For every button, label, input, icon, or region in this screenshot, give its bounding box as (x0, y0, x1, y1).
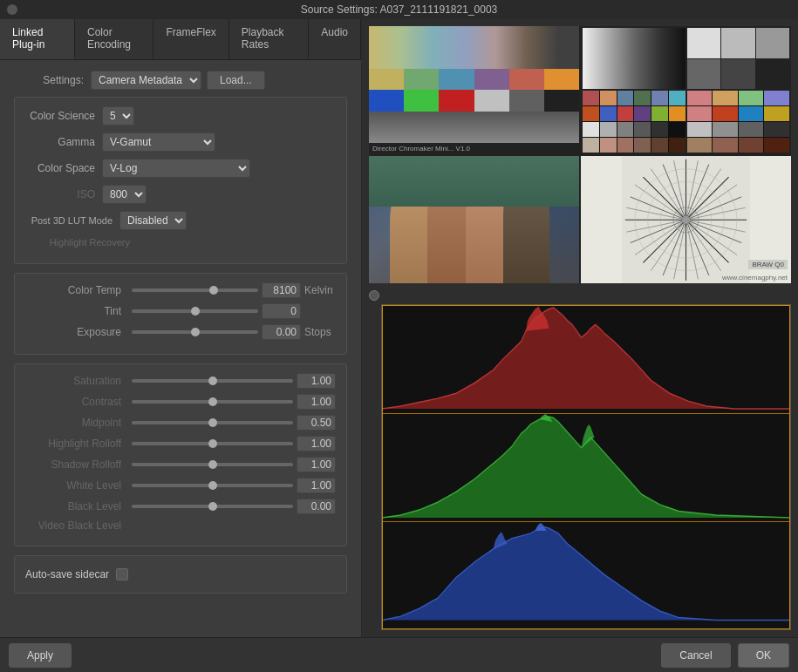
post-3d-lut-row: Post 3D LUT Mode Disabled (25, 211, 336, 230)
preview-color-chart: Director Chromaker Mini... V1.0 (369, 26, 579, 154)
black-level-label: Black Level (25, 500, 121, 512)
contrast-label: Contrast (25, 396, 121, 408)
camera-settings-box: Color Science 5 Gamma V-Gamut Color Spac… (14, 97, 347, 264)
tab-bar: Linked Plug-in Color Encoding FrameFlex … (0, 19, 361, 60)
tint-row: Tint (25, 303, 336, 319)
black-level-input[interactable] (297, 499, 336, 514)
exposure-unit: Stops (304, 326, 336, 338)
title-bar: Source Settings: A037_2111191821_0003 (0, 0, 798, 19)
highlight-rolloff-input[interactable] (297, 436, 336, 451)
gamma-row: Gamma V-Gamut (25, 132, 336, 152)
exposure-label: Exposure (25, 326, 121, 338)
saturation-row: Saturation (25, 373, 336, 389)
black-level-track[interactable] (132, 505, 293, 508)
auto-save-box: Auto-save sidecar (14, 555, 347, 594)
tint-input[interactable] (262, 303, 301, 319)
right-panel: Director Chromaker Mini... V1.0 (362, 19, 798, 637)
color-temp-row: Color Temp Kelvin (25, 282, 336, 298)
contrast-track[interactable] (132, 400, 293, 404)
close-button[interactable] (7, 4, 17, 15)
iso-label: ISO (25, 188, 95, 200)
tab-frameflex[interactable]: FrameFlex (153, 19, 228, 59)
iso-row: ISO 800 (25, 185, 336, 204)
highlight-rolloff-label: Highlight Rolloff (25, 438, 121, 450)
tint-label: Tint (25, 305, 121, 317)
chart-site-label: www.cinemagphy.net (722, 274, 788, 282)
shadow-rolloff-label: Shadow Rolloff (25, 458, 121, 471)
highlight-rolloff-track[interactable] (132, 442, 293, 445)
contrast-input[interactable] (297, 394, 336, 410)
iso-select[interactable]: 800 (102, 185, 147, 204)
gamma-select[interactable]: V-Gamut (102, 132, 215, 152)
histogram-panel (381, 304, 791, 630)
svg-point-37 (682, 215, 690, 223)
color-temp-unit: Kelvin (304, 284, 336, 296)
main-content: Linked Plug-in Color Encoding FrameFlex … (0, 19, 798, 637)
exposure-row: Exposure Stops (25, 324, 336, 340)
preview-grid: Director Chromaker Mini... V1.0 (369, 26, 791, 283)
bottom-bar: Apply Cancel OK (0, 637, 798, 672)
exposure-track[interactable] (132, 330, 258, 334)
preview-color-checker (581, 26, 791, 154)
contrast-row: Contrast (25, 394, 336, 410)
video-black-level-label: Video Black Level (25, 519, 121, 532)
midpoint-row: Midpoint (25, 415, 336, 431)
black-level-row: Black Level (25, 499, 336, 514)
auto-save-label: Auto-save sidecar (25, 568, 109, 580)
white-level-input[interactable] (297, 478, 336, 493)
tab-audio[interactable]: Audio (309, 19, 361, 59)
color-temp-track[interactable] (132, 288, 258, 292)
auto-save-row: Auto-save sidecar (25, 561, 336, 587)
settings-preset-select[interactable]: Camera Metadata (91, 71, 201, 90)
tint-track[interactable] (132, 309, 258, 313)
tab-color-encoding[interactable]: Color Encoding (75, 19, 153, 59)
exposure-input[interactable] (262, 324, 301, 340)
midpoint-label: Midpoint (25, 417, 121, 429)
saturation-input[interactable] (297, 373, 336, 389)
histogram-svg (382, 305, 790, 629)
white-level-label: White Level (25, 479, 121, 492)
panel-body: Settings: Camera Metadata Load... Color … (0, 60, 361, 637)
braw-label: BRAW Q0 (748, 260, 788, 269)
cancel-button[interactable]: Cancel (661, 643, 730, 668)
gamma-label: Gamma (25, 136, 95, 148)
color-space-row: Color Space V-Log (25, 159, 336, 178)
indicator-circle (369, 290, 379, 301)
shadow-rolloff-track[interactable] (132, 463, 293, 466)
highlight-rolloff-row: Highlight Rolloff (25, 436, 336, 451)
post-3d-lut-select[interactable]: Disabled (119, 211, 187, 230)
tab-linked-plugin[interactable]: Linked Plug-in (0, 19, 75, 59)
video-black-level-row: Video Black Level (25, 519, 336, 532)
tab-playback-rates[interactable]: Playback Rates (229, 19, 309, 59)
window-title: Source Settings: A037_2111191821_0003 (301, 3, 498, 16)
preview-resolution-chart: BRAW Q0 www.cinemagphy.net (581, 156, 791, 284)
midpoint-track[interactable] (132, 421, 293, 424)
ok-button[interactable]: OK (738, 643, 789, 668)
color-science-row: Color Science 5 (25, 106, 336, 126)
shadow-rolloff-input[interactable] (297, 457, 336, 472)
color-temp-label: Color Temp (25, 284, 121, 296)
auto-save-checkbox[interactable] (116, 568, 128, 580)
load-button[interactable]: Load... (207, 71, 265, 90)
preview-portrait (369, 156, 579, 284)
white-level-track[interactable] (132, 484, 293, 487)
color-science-select[interactable]: 5 (102, 106, 134, 126)
left-panel: Linked Plug-in Color Encoding FrameFlex … (0, 19, 362, 637)
color-temp-input[interactable] (262, 282, 301, 298)
indicator-row (369, 290, 791, 301)
highlight-recovery-row: Highlight Recovery (25, 237, 336, 248)
settings-label: Settings: (14, 74, 84, 86)
white-level-row: White Level (25, 478, 336, 493)
saturation-label: Saturation (25, 375, 121, 387)
color-space-label: Color Space (25, 162, 95, 174)
apply-button[interactable]: Apply (9, 643, 72, 668)
midpoint-input[interactable] (297, 415, 336, 431)
color-science-label: Color Science (25, 110, 95, 122)
post-3d-lut-label: Post 3D LUT Mode (25, 215, 113, 226)
shadow-rolloff-row: Shadow Rolloff (25, 457, 336, 472)
saturation-track[interactable] (132, 379, 293, 383)
color-space-select[interactable]: V-Log (102, 159, 250, 178)
highlight-recovery-label: Highlight Recovery (25, 237, 130, 248)
settings-preset-row: Settings: Camera Metadata Load... (14, 71, 347, 90)
adjustments-box: Saturation Contrast Midpoint (14, 363, 347, 546)
